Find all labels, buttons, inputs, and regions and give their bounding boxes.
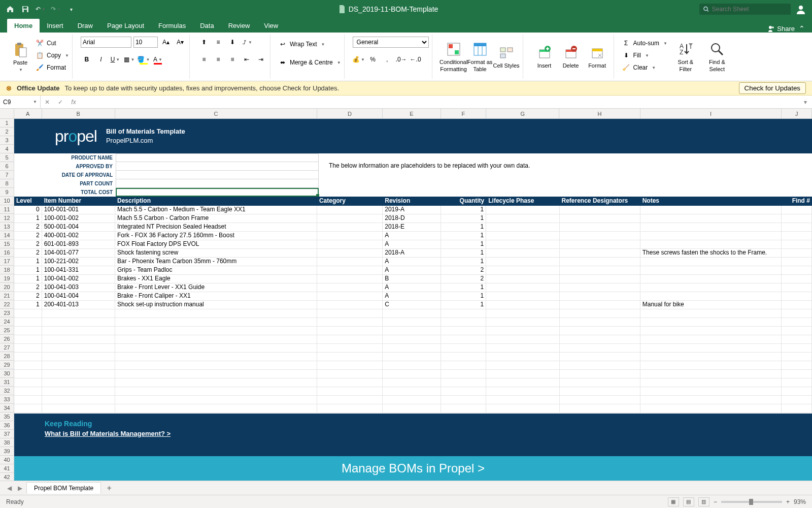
decrease-font-button[interactable]: A▾ bbox=[174, 36, 186, 48]
empty-row[interactable] bbox=[14, 378, 812, 387]
col-header[interactable]: A bbox=[14, 109, 42, 118]
col-header[interactable]: B bbox=[42, 109, 115, 118]
meta-value[interactable] bbox=[116, 171, 319, 179]
row-header[interactable]: 19 bbox=[0, 274, 14, 283]
empty-row[interactable] bbox=[14, 404, 812, 413]
percent-button[interactable]: % bbox=[367, 53, 379, 66]
table-row[interactable]: 2100-041-004Brake - Front Caliper - XX1A… bbox=[14, 292, 812, 301]
search-sheet-input[interactable] bbox=[712, 6, 787, 13]
zoom-level[interactable]: 93% bbox=[794, 498, 806, 505]
font-name-combo[interactable] bbox=[81, 37, 131, 48]
row-header[interactable]: 2 bbox=[0, 128, 14, 136]
page-break-view-button[interactable]: ▥ bbox=[698, 497, 709, 506]
empty-rows[interactable] bbox=[14, 309, 812, 413]
conditional-formatting-button[interactable]: Conditional Formatting bbox=[441, 36, 467, 78]
col-header[interactable]: H bbox=[559, 109, 640, 118]
search-sheet-box[interactable] bbox=[699, 4, 791, 15]
spreadsheet-grid[interactable]: A B C D E F G H I J 12345678910111213141… bbox=[0, 109, 812, 481]
tab-view[interactable]: View bbox=[257, 19, 285, 33]
fill-color-button[interactable]: 🪣▼ bbox=[138, 53, 150, 66]
col-header[interactable]: C bbox=[115, 109, 317, 118]
empty-row[interactable] bbox=[14, 344, 812, 353]
align-top-button[interactable]: ⬆ bbox=[198, 36, 210, 48]
row-header[interactable]: 12 bbox=[0, 214, 14, 223]
row-header[interactable]: 21 bbox=[0, 292, 14, 300]
table-row[interactable]: 0100-001-001Mach 5.5 - Carbon - Medium -… bbox=[14, 206, 812, 214]
tab-formulas[interactable]: Formulas bbox=[151, 19, 193, 33]
currency-button[interactable]: 💰▼ bbox=[353, 53, 365, 66]
redo-icon[interactable]: ↷▼ bbox=[50, 3, 62, 15]
format-painter-button[interactable]: 🖌️Format bbox=[36, 62, 69, 73]
row-header[interactable]: 23 bbox=[0, 309, 14, 318]
insert-cells-button[interactable]: Insert bbox=[531, 36, 558, 78]
row-header[interactable]: 5 bbox=[0, 153, 14, 162]
tab-insert[interactable]: Insert bbox=[40, 19, 71, 33]
clear-button[interactable]: 🧹Clear▼ bbox=[622, 62, 667, 73]
row-header[interactable]: 22 bbox=[0, 300, 14, 309]
empty-row[interactable] bbox=[14, 309, 812, 318]
align-center-button[interactable]: ≡ bbox=[212, 53, 224, 66]
add-sheet-button[interactable]: + bbox=[103, 484, 115, 493]
zoom-slider[interactable] bbox=[721, 501, 782, 503]
row-header[interactable]: 16 bbox=[0, 248, 14, 257]
font-size-combo[interactable] bbox=[133, 37, 158, 48]
row-header[interactable]: 39 bbox=[0, 447, 14, 456]
meta-value[interactable] bbox=[116, 153, 319, 162]
table-row[interactable]: 1100-221-002Bar - Phoenix Team Carbon 35… bbox=[14, 258, 812, 266]
row-header[interactable]: 37 bbox=[0, 430, 14, 438]
sort-filter-button[interactable]: AZSort & Filter bbox=[672, 36, 699, 78]
row-header[interactable]: 38 bbox=[0, 438, 14, 447]
col-header[interactable]: E bbox=[383, 109, 441, 118]
italic-button[interactable]: I bbox=[95, 53, 107, 66]
keep-reading-link[interactable]: What is Bill of Materials Management? > bbox=[45, 430, 171, 437]
orientation-button[interactable]: ⭜▼ bbox=[241, 36, 253, 48]
row-header[interactable]: 42 bbox=[0, 473, 14, 481]
alert-close-icon[interactable]: ⊗ bbox=[6, 84, 12, 92]
meta-value[interactable] bbox=[116, 162, 319, 171]
row-header[interactable]: 26 bbox=[0, 335, 14, 343]
align-middle-button[interactable]: ≡ bbox=[212, 36, 224, 48]
row-header[interactable]: 17 bbox=[0, 257, 14, 266]
row-header[interactable]: 14 bbox=[0, 231, 14, 240]
row-header[interactable]: 3 bbox=[0, 136, 14, 145]
meta-value[interactable] bbox=[116, 188, 319, 197]
sheet-nav-next-icon[interactable]: ▶ bbox=[16, 485, 24, 492]
row-header[interactable]: 10 bbox=[0, 197, 14, 205]
row-header[interactable]: 11 bbox=[0, 205, 14, 214]
bold-button[interactable]: B bbox=[81, 53, 93, 66]
col-header[interactable]: I bbox=[640, 109, 782, 118]
delete-cells-button[interactable]: Delete bbox=[558, 36, 584, 78]
row-header[interactable]: 28 bbox=[0, 352, 14, 361]
row-header[interactable]: 15 bbox=[0, 240, 14, 248]
name-box[interactable]: C9▼ bbox=[0, 96, 41, 108]
select-all-corner[interactable] bbox=[0, 109, 14, 118]
comma-button[interactable]: , bbox=[381, 53, 393, 66]
cells-area[interactable]: propel Bill of Materials Template Propel… bbox=[14, 119, 812, 481]
empty-row[interactable] bbox=[14, 396, 812, 404]
normal-view-button[interactable]: ▦ bbox=[668, 497, 679, 506]
qat-customize-icon[interactable]: ▾ bbox=[65, 3, 77, 15]
sheet-tab[interactable]: Propel BOM Template bbox=[26, 482, 101, 494]
row-header[interactable]: 1 bbox=[0, 119, 14, 128]
number-format-combo[interactable]: General bbox=[353, 37, 429, 48]
row-header[interactable]: 7 bbox=[0, 171, 14, 179]
fill-button[interactable]: ⬇Fill▼ bbox=[622, 50, 667, 61]
border-button[interactable]: ▦▼ bbox=[123, 53, 136, 66]
table-row[interactable]: 2500-001-004Integrated NT Precision Seal… bbox=[14, 223, 812, 232]
table-row[interactable]: 1100-041-002Brakes - XX1 EagleB2 bbox=[14, 275, 812, 283]
table-row[interactable]: 1100-001-002Mach 5.5 Carbon - Carbon Fra… bbox=[14, 214, 812, 223]
empty-row[interactable] bbox=[14, 387, 812, 396]
row-header[interactable]: 40 bbox=[0, 456, 14, 464]
format-as-table-button[interactable]: Format as Table bbox=[467, 36, 493, 78]
row-header[interactable]: 20 bbox=[0, 283, 14, 292]
increase-indent-button[interactable]: ⇥ bbox=[255, 53, 267, 66]
cell-styles-button[interactable]: Cell Styles bbox=[493, 36, 520, 78]
zoom-out-button[interactable]: − bbox=[714, 498, 717, 505]
expand-formula-icon[interactable]: ▾ bbox=[799, 99, 812, 106]
share-button[interactable]: Share bbox=[768, 25, 795, 33]
cancel-formula-icon[interactable]: ✕ bbox=[41, 99, 54, 106]
table-row[interactable]: 2104-001-077Shock fastening screw2018-A1… bbox=[14, 249, 812, 258]
check-updates-button[interactable]: Check for Updates bbox=[739, 82, 806, 94]
meta-value[interactable] bbox=[116, 179, 319, 188]
find-select-button[interactable]: Find & Select bbox=[704, 36, 730, 78]
